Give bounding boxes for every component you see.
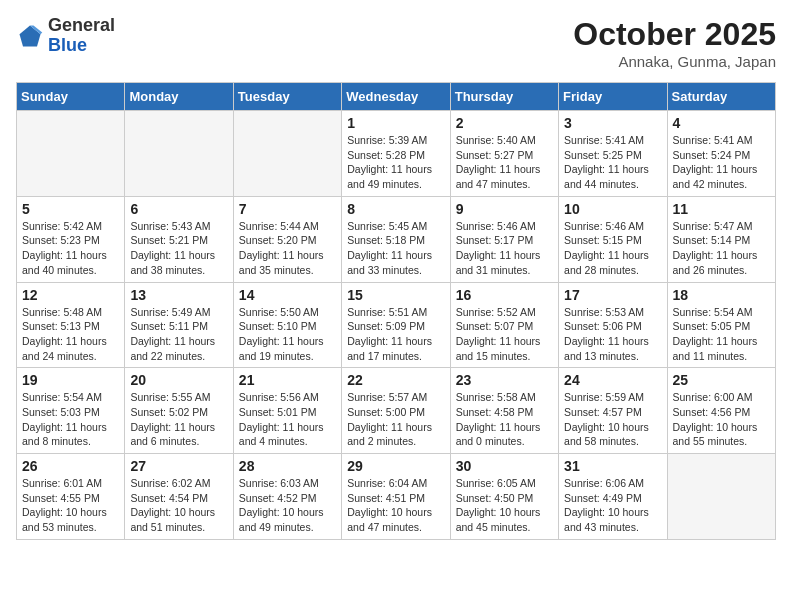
logo: General Blue bbox=[16, 16, 115, 56]
day-number: 15 bbox=[347, 287, 444, 303]
calendar-cell: 8Sunrise: 5:45 AMSunset: 5:18 PMDaylight… bbox=[342, 196, 450, 282]
cell-info: Sunrise: 6:00 AMSunset: 4:56 PMDaylight:… bbox=[673, 390, 770, 449]
calendar-week-row: 26Sunrise: 6:01 AMSunset: 4:55 PMDayligh… bbox=[17, 454, 776, 540]
calendar-cell: 14Sunrise: 5:50 AMSunset: 5:10 PMDayligh… bbox=[233, 282, 341, 368]
calendar-cell bbox=[17, 111, 125, 197]
calendar-cell: 23Sunrise: 5:58 AMSunset: 4:58 PMDayligh… bbox=[450, 368, 558, 454]
calendar-cell: 20Sunrise: 5:55 AMSunset: 5:02 PMDayligh… bbox=[125, 368, 233, 454]
day-number: 7 bbox=[239, 201, 336, 217]
calendar-cell: 21Sunrise: 5:56 AMSunset: 5:01 PMDayligh… bbox=[233, 368, 341, 454]
day-number: 31 bbox=[564, 458, 661, 474]
cell-info: Sunrise: 5:57 AMSunset: 5:00 PMDaylight:… bbox=[347, 390, 444, 449]
calendar-cell: 31Sunrise: 6:06 AMSunset: 4:49 PMDayligh… bbox=[559, 454, 667, 540]
calendar-week-row: 5Sunrise: 5:42 AMSunset: 5:23 PMDaylight… bbox=[17, 196, 776, 282]
day-number: 9 bbox=[456, 201, 553, 217]
calendar-cell: 11Sunrise: 5:47 AMSunset: 5:14 PMDayligh… bbox=[667, 196, 775, 282]
day-number: 1 bbox=[347, 115, 444, 131]
calendar-week-row: 12Sunrise: 5:48 AMSunset: 5:13 PMDayligh… bbox=[17, 282, 776, 368]
cell-info: Sunrise: 5:46 AMSunset: 5:15 PMDaylight:… bbox=[564, 219, 661, 278]
day-number: 20 bbox=[130, 372, 227, 388]
weekday-header: Thursday bbox=[450, 83, 558, 111]
cell-info: Sunrise: 5:45 AMSunset: 5:18 PMDaylight:… bbox=[347, 219, 444, 278]
day-number: 19 bbox=[22, 372, 119, 388]
calendar-cell: 30Sunrise: 6:05 AMSunset: 4:50 PMDayligh… bbox=[450, 454, 558, 540]
cell-info: Sunrise: 5:58 AMSunset: 4:58 PMDaylight:… bbox=[456, 390, 553, 449]
cell-info: Sunrise: 6:05 AMSunset: 4:50 PMDaylight:… bbox=[456, 476, 553, 535]
cell-info: Sunrise: 5:46 AMSunset: 5:17 PMDaylight:… bbox=[456, 219, 553, 278]
day-number: 27 bbox=[130, 458, 227, 474]
calendar-cell: 24Sunrise: 5:59 AMSunset: 4:57 PMDayligh… bbox=[559, 368, 667, 454]
calendar-cell: 18Sunrise: 5:54 AMSunset: 5:05 PMDayligh… bbox=[667, 282, 775, 368]
day-number: 26 bbox=[22, 458, 119, 474]
calendar-cell: 22Sunrise: 5:57 AMSunset: 5:00 PMDayligh… bbox=[342, 368, 450, 454]
day-number: 22 bbox=[347, 372, 444, 388]
cell-info: Sunrise: 5:39 AMSunset: 5:28 PMDaylight:… bbox=[347, 133, 444, 192]
day-number: 13 bbox=[130, 287, 227, 303]
calendar-week-row: 1Sunrise: 5:39 AMSunset: 5:28 PMDaylight… bbox=[17, 111, 776, 197]
calendar-cell: 17Sunrise: 5:53 AMSunset: 5:06 PMDayligh… bbox=[559, 282, 667, 368]
day-number: 16 bbox=[456, 287, 553, 303]
cell-info: Sunrise: 6:02 AMSunset: 4:54 PMDaylight:… bbox=[130, 476, 227, 535]
calendar-cell: 7Sunrise: 5:44 AMSunset: 5:20 PMDaylight… bbox=[233, 196, 341, 282]
calendar-week-row: 19Sunrise: 5:54 AMSunset: 5:03 PMDayligh… bbox=[17, 368, 776, 454]
logo-text: General Blue bbox=[48, 16, 115, 56]
calendar-cell: 6Sunrise: 5:43 AMSunset: 5:21 PMDaylight… bbox=[125, 196, 233, 282]
day-number: 17 bbox=[564, 287, 661, 303]
day-number: 5 bbox=[22, 201, 119, 217]
calendar-cell: 29Sunrise: 6:04 AMSunset: 4:51 PMDayligh… bbox=[342, 454, 450, 540]
page-header: General Blue October 2025 Annaka, Gunma,… bbox=[16, 16, 776, 70]
cell-info: Sunrise: 6:04 AMSunset: 4:51 PMDaylight:… bbox=[347, 476, 444, 535]
cell-info: Sunrise: 5:56 AMSunset: 5:01 PMDaylight:… bbox=[239, 390, 336, 449]
day-number: 18 bbox=[673, 287, 770, 303]
day-number: 11 bbox=[673, 201, 770, 217]
calendar-cell: 4Sunrise: 5:41 AMSunset: 5:24 PMDaylight… bbox=[667, 111, 775, 197]
cell-info: Sunrise: 6:06 AMSunset: 4:49 PMDaylight:… bbox=[564, 476, 661, 535]
calendar-cell bbox=[233, 111, 341, 197]
day-number: 29 bbox=[347, 458, 444, 474]
month-title: October 2025 bbox=[573, 16, 776, 53]
weekday-header: Tuesday bbox=[233, 83, 341, 111]
calendar-cell: 15Sunrise: 5:51 AMSunset: 5:09 PMDayligh… bbox=[342, 282, 450, 368]
calendar-cell bbox=[125, 111, 233, 197]
cell-info: Sunrise: 5:59 AMSunset: 4:57 PMDaylight:… bbox=[564, 390, 661, 449]
day-number: 10 bbox=[564, 201, 661, 217]
cell-info: Sunrise: 5:44 AMSunset: 5:20 PMDaylight:… bbox=[239, 219, 336, 278]
calendar-cell bbox=[667, 454, 775, 540]
cell-info: Sunrise: 5:51 AMSunset: 5:09 PMDaylight:… bbox=[347, 305, 444, 364]
cell-info: Sunrise: 6:01 AMSunset: 4:55 PMDaylight:… bbox=[22, 476, 119, 535]
logo-icon bbox=[16, 22, 44, 50]
cell-info: Sunrise: 5:54 AMSunset: 5:03 PMDaylight:… bbox=[22, 390, 119, 449]
day-number: 21 bbox=[239, 372, 336, 388]
calendar-cell: 28Sunrise: 6:03 AMSunset: 4:52 PMDayligh… bbox=[233, 454, 341, 540]
title-block: October 2025 Annaka, Gunma, Japan bbox=[573, 16, 776, 70]
cell-info: Sunrise: 5:55 AMSunset: 5:02 PMDaylight:… bbox=[130, 390, 227, 449]
day-number: 3 bbox=[564, 115, 661, 131]
calendar-cell: 2Sunrise: 5:40 AMSunset: 5:27 PMDaylight… bbox=[450, 111, 558, 197]
cell-info: Sunrise: 5:43 AMSunset: 5:21 PMDaylight:… bbox=[130, 219, 227, 278]
weekday-header: Wednesday bbox=[342, 83, 450, 111]
day-number: 24 bbox=[564, 372, 661, 388]
calendar-cell: 9Sunrise: 5:46 AMSunset: 5:17 PMDaylight… bbox=[450, 196, 558, 282]
day-number: 8 bbox=[347, 201, 444, 217]
day-number: 28 bbox=[239, 458, 336, 474]
cell-info: Sunrise: 5:48 AMSunset: 5:13 PMDaylight:… bbox=[22, 305, 119, 364]
day-number: 14 bbox=[239, 287, 336, 303]
calendar-cell: 16Sunrise: 5:52 AMSunset: 5:07 PMDayligh… bbox=[450, 282, 558, 368]
calendar-cell: 25Sunrise: 6:00 AMSunset: 4:56 PMDayligh… bbox=[667, 368, 775, 454]
cell-info: Sunrise: 5:54 AMSunset: 5:05 PMDaylight:… bbox=[673, 305, 770, 364]
day-number: 2 bbox=[456, 115, 553, 131]
day-number: 30 bbox=[456, 458, 553, 474]
cell-info: Sunrise: 5:40 AMSunset: 5:27 PMDaylight:… bbox=[456, 133, 553, 192]
weekday-header: Monday bbox=[125, 83, 233, 111]
day-number: 23 bbox=[456, 372, 553, 388]
calendar-cell: 5Sunrise: 5:42 AMSunset: 5:23 PMDaylight… bbox=[17, 196, 125, 282]
calendar-cell: 26Sunrise: 6:01 AMSunset: 4:55 PMDayligh… bbox=[17, 454, 125, 540]
weekday-header: Sunday bbox=[17, 83, 125, 111]
calendar-cell: 12Sunrise: 5:48 AMSunset: 5:13 PMDayligh… bbox=[17, 282, 125, 368]
cell-info: Sunrise: 5:52 AMSunset: 5:07 PMDaylight:… bbox=[456, 305, 553, 364]
calendar-cell: 13Sunrise: 5:49 AMSunset: 5:11 PMDayligh… bbox=[125, 282, 233, 368]
cell-info: Sunrise: 5:42 AMSunset: 5:23 PMDaylight:… bbox=[22, 219, 119, 278]
calendar-cell: 19Sunrise: 5:54 AMSunset: 5:03 PMDayligh… bbox=[17, 368, 125, 454]
day-number: 25 bbox=[673, 372, 770, 388]
weekday-header: Saturday bbox=[667, 83, 775, 111]
